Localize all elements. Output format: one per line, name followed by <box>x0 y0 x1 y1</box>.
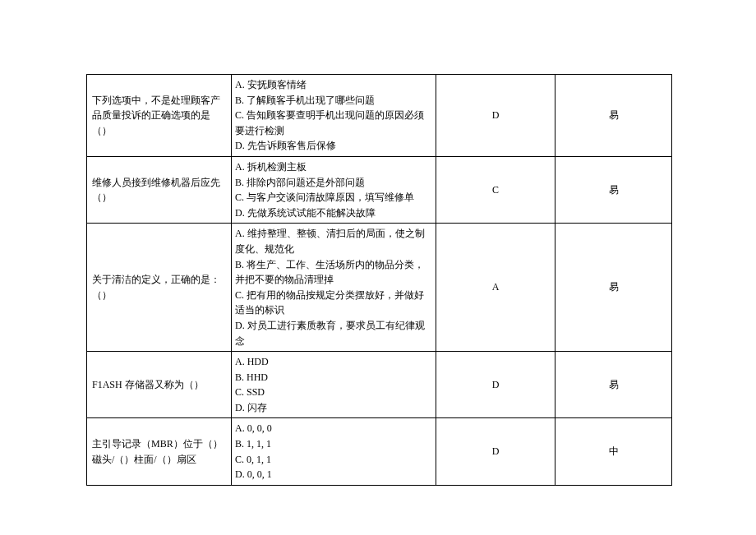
table-row: 维修人员接到维修机器后应先（） A. 拆机检测主板 B. 排除内部问题还是外部问… <box>87 156 672 223</box>
option-b: B. 1, 1, 1 <box>235 436 432 452</box>
answer-cell: A <box>436 224 555 352</box>
option-b: B. HHD <box>235 370 432 385</box>
option-c: C. SSD <box>235 385 432 400</box>
option-d: D. 先告诉顾客售后保修 <box>235 138 432 154</box>
option-a: A. HDD <box>235 354 432 370</box>
level-cell: 易 <box>555 352 672 418</box>
options-cell: A. 0, 0, 0 B. 1, 1, 1 C. 0, 1, 1 D. 0, 0… <box>232 418 436 485</box>
option-c: C. 告知顾客要查明手机出现问题的原因必须要进行检测 <box>235 108 432 138</box>
option-a: A. 安抚顾客情绪 <box>235 77 432 93</box>
option-a: A. 拆机检测主板 <box>235 159 432 175</box>
option-b: B. 将生产、工作、生活场所内的物品分类，并把不要的物品清理掉 <box>235 257 432 288</box>
table-row: 主引导记录（MBR）位于（）磁头/（）柱面/（）扇区 A. 0, 0, 0 B.… <box>87 418 672 485</box>
level-cell: 易 <box>555 75 672 157</box>
question-cell: 下列选项中，不是处理顾客产品质量投诉的正确选项的是（） <box>87 75 232 157</box>
answer-cell: D <box>436 418 555 485</box>
table-row: F1ASH 存储器又称为（） A. HDD B. HHD C. SSD D. 闪… <box>87 352 672 418</box>
option-a: A. 0, 0, 0 <box>235 421 432 436</box>
level-cell: 易 <box>555 224 672 352</box>
options-cell: A. 拆机检测主板 B. 排除内部问题还是外部问题 C. 与客户交谈问清故障原因… <box>232 156 436 223</box>
answer-cell: C <box>436 156 555 223</box>
option-a: A. 维持整理、整顿、清扫后的局面，使之制度化、规范化 <box>235 226 432 256</box>
answer-cell: D <box>436 75 555 157</box>
option-d: D. 先做系统试试能不能解决故障 <box>235 205 432 221</box>
option-c: C. 与客户交谈问清故障原因，填写维修单 <box>235 190 432 205</box>
question-cell: 关于清洁的定义，正确的是：（） <box>87 224 232 352</box>
option-b: B. 排除内部问题还是外部问题 <box>235 175 432 191</box>
question-cell: 维修人员接到维修机器后应先（） <box>87 156 232 223</box>
question-table: 下列选项中，不是处理顾客产品质量投诉的正确选项的是（） A. 安抚顾客情绪 B.… <box>86 74 672 486</box>
options-cell: A. HDD B. HHD C. SSD D. 闪存 <box>232 352 436 418</box>
question-cell: 主引导记录（MBR）位于（）磁头/（）柱面/（）扇区 <box>87 418 232 485</box>
level-cell: 易 <box>555 156 672 223</box>
options-cell: A. 安抚顾客情绪 B. 了解顾客手机出现了哪些问题 C. 告知顾客要查明手机出… <box>232 75 436 157</box>
table-row: 下列选项中，不是处理顾客产品质量投诉的正确选项的是（） A. 安抚顾客情绪 B.… <box>87 75 672 157</box>
option-d: D. 0, 0, 1 <box>235 467 432 482</box>
option-d: D. 闪存 <box>235 400 432 416</box>
option-d: D. 对员工进行素质教育，要求员工有纪律观念 <box>235 318 432 348</box>
option-b: B. 了解顾客手机出现了哪些问题 <box>235 93 432 108</box>
option-c: C. 0, 1, 1 <box>235 452 432 468</box>
question-cell: F1ASH 存储器又称为（） <box>87 352 232 418</box>
table-row: 关于清洁的定义，正确的是：（） A. 维持整理、整顿、清扫后的局面，使之制度化、… <box>87 224 672 352</box>
answer-cell: D <box>436 352 555 418</box>
level-cell: 中 <box>555 418 672 485</box>
options-cell: A. 维持整理、整顿、清扫后的局面，使之制度化、规范化 B. 将生产、工作、生活… <box>232 224 436 352</box>
option-c: C. 把有用的物品按规定分类摆放好，并做好适当的标识 <box>235 288 432 318</box>
